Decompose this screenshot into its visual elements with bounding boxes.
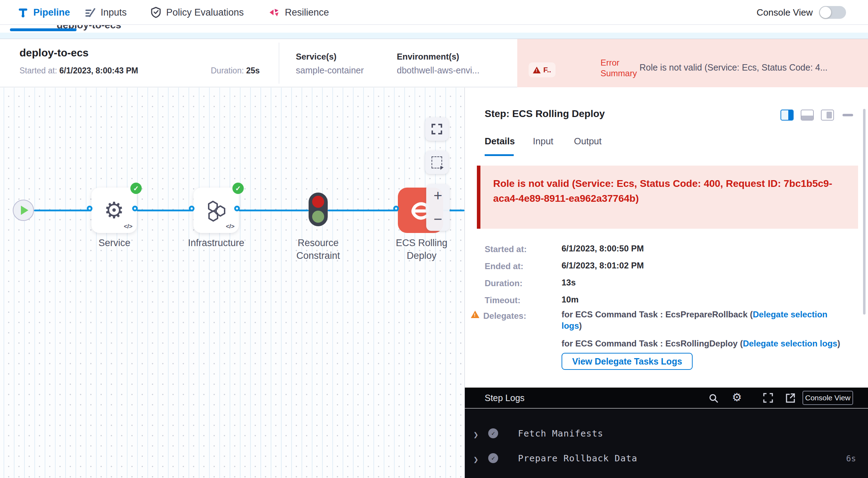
active-tab-underline xyxy=(10,28,77,31)
success-check-icon: ✓ xyxy=(232,183,244,194)
error-summary-label: Error Summary xyxy=(601,57,639,79)
node-service[interactable]: ⚙ ✓ </> xyxy=(91,188,137,233)
log-section-name: Fetch Manifests xyxy=(518,428,603,439)
canvas-select-button[interactable] xyxy=(425,151,449,174)
duration-label: Duration: xyxy=(211,66,244,75)
tab-pipeline[interactable]: Pipeline xyxy=(18,0,70,25)
execution-header: deploy-to-ecs Started at: 6/1/2023, 8:00… xyxy=(0,39,868,87)
tab-inputs-label: Inputs xyxy=(101,7,127,18)
delegate-selection-logs-link[interactable]: logs xyxy=(562,321,579,330)
port-service-out xyxy=(132,206,138,211)
services-value[interactable]: sample-container xyxy=(296,65,364,76)
delegate-entry-text: for ECS Command Task : EcsPrepareRollbac… xyxy=(562,310,753,319)
ended-at-label: Ended at: xyxy=(485,261,523,271)
console-view-label: Console View xyxy=(756,7,813,18)
pipeline-icon xyxy=(18,7,28,18)
code-icon: </> xyxy=(124,223,133,230)
pipeline-canvas[interactable]: ⚙ ✓ </> Service ✓ </> Infrastructure Res… xyxy=(0,88,464,478)
details-tab-underline xyxy=(485,154,514,156)
resilience-icon xyxy=(269,7,280,18)
port-ecs-in xyxy=(393,206,399,211)
logs-fullscreen-icon[interactable] xyxy=(763,393,773,403)
logs-settings-gear-icon[interactable]: ⚙ xyxy=(732,392,742,403)
duration: Duration: 25s xyxy=(211,66,260,76)
environments-value[interactable]: dbothwell-aws-envi... xyxy=(397,65,479,76)
step-details-panel: Step: ECS Rolling Deploy Details Input O… xyxy=(465,88,868,478)
layout-floating-button[interactable] xyxy=(821,110,834,121)
traffic-light-red xyxy=(312,196,324,208)
tab-resilience-label: Resilience xyxy=(285,7,329,18)
timeout-value: 10m xyxy=(562,295,579,305)
logs-console-view-button[interactable]: Console View xyxy=(802,391,853,405)
edge-infrastructure-constraint xyxy=(239,210,309,211)
logs-open-external-icon[interactable] xyxy=(785,393,795,403)
zoom-in-button[interactable]: + xyxy=(434,188,443,203)
node-infrastructure[interactable]: ✓ </> xyxy=(193,188,239,233)
node-infrastructure-label: Infrastructure xyxy=(179,237,253,249)
tab-details[interactable]: Details xyxy=(485,136,515,147)
log-section-duration: 6s xyxy=(846,454,856,463)
ended-at-value: 6/1/2023, 8:01:02 PM xyxy=(562,261,644,271)
log-success-check-icon: ✓ xyxy=(488,453,498,463)
port-service-in xyxy=(87,206,92,211)
selected-row-highlight xyxy=(0,33,868,39)
log-row-prepare-rollback-data[interactable]: ❯ ✓ Prepare Rollback Data 6s xyxy=(465,448,868,471)
duration-value: 13s xyxy=(562,278,576,288)
fullscreen-icon xyxy=(432,124,442,134)
tab-policy-evaluations[interactable]: Policy Evaluations xyxy=(151,0,244,25)
log-section-name: Prepare Rollback Data xyxy=(518,453,637,463)
minimize-panel-button[interactable] xyxy=(842,114,853,116)
hexagons-icon xyxy=(204,198,228,222)
node-ecs-rolling-deploy-label: ECS Rolling Deploy xyxy=(393,237,450,262)
zoom-out-button[interactable]: − xyxy=(434,212,443,227)
tab-output[interactable]: Output xyxy=(574,136,602,147)
failed-status-badge: F.. xyxy=(529,62,556,77)
panel-scrollbar[interactable] xyxy=(863,109,866,315)
services-block: Service(s) sample-container xyxy=(296,52,364,76)
expand-chevron-icon[interactable]: ❯ xyxy=(473,455,478,465)
tab-resilience[interactable]: Resilience xyxy=(269,0,329,25)
canvas-fullscreen-button[interactable] xyxy=(425,117,449,141)
edge-start-service xyxy=(34,210,91,211)
started-at-value: 6/1/2023, 8:00:50 PM xyxy=(562,244,644,254)
expand-chevron-icon[interactable]: ❯ xyxy=(473,430,478,440)
delegate-selection-logs-link[interactable]: Delegate selection logs xyxy=(743,339,838,348)
tab-policy-evaluations-label: Policy Evaluations xyxy=(166,7,244,18)
tab-inputs[interactable]: Inputs xyxy=(85,0,127,25)
delegates-values: for ECS Command Task : EcsPrepareRollbac… xyxy=(562,309,845,349)
console-view-toggle[interactable] xyxy=(819,6,846,19)
started-at: Started at: 6/1/2023, 8:00:43 PM xyxy=(19,66,138,76)
tab-input[interactable]: Input xyxy=(533,136,553,147)
step-error-banner: Role is not valid (Service: Ecs, Status … xyxy=(477,166,858,229)
step-logs-bar: Step Logs ⚙ xyxy=(465,388,868,408)
node-service-label: Service xyxy=(84,237,145,249)
layout-right-split-button[interactable] xyxy=(780,110,794,121)
view-delegate-tasks-logs-button[interactable]: View Delegate Tasks Logs xyxy=(562,353,693,370)
header-divider xyxy=(279,43,279,84)
duration-label: Duration: xyxy=(485,278,523,288)
delegate-entry: for ECS Command Task : EcsPrepareRollbac… xyxy=(562,309,845,332)
port-infrastructure-in xyxy=(189,206,195,211)
logs-search-icon[interactable] xyxy=(709,393,718,403)
step-error-message: Role is not valid (Service: Ecs, Status … xyxy=(493,176,845,206)
delegate-entry-text: ) xyxy=(837,339,840,348)
started-at-label: Started at: xyxy=(485,244,527,254)
pipeline-start-node[interactable] xyxy=(13,200,34,221)
layout-bottom-split-button[interactable] xyxy=(801,110,814,121)
inputs-icon xyxy=(85,7,96,18)
shield-check-icon xyxy=(151,7,161,18)
started-at-label: Started at: xyxy=(19,66,57,75)
delegate-entry: for ECS Command Task : EcsRollingDeploy … xyxy=(562,338,845,349)
edge-service-infrastructure xyxy=(137,210,193,211)
top-nav-bar: Pipeline Inputs Policy Evaluations xyxy=(0,0,868,25)
scrolled-row-strip: deploy-to-ecs xyxy=(0,25,868,39)
delegate-selection-logs-link[interactable]: Delegate selection xyxy=(753,310,828,319)
failed-badge-text: F.. xyxy=(543,66,551,74)
log-row-fetch-manifests[interactable]: ❯ ✓ Fetch Manifests xyxy=(465,423,868,446)
port-infrastructure-out xyxy=(234,206,240,211)
gear-icon: ⚙ xyxy=(104,199,124,222)
failed-warning-icon xyxy=(533,67,541,73)
traffic-light-green xyxy=(312,211,324,223)
code-icon: </> xyxy=(226,223,235,230)
node-resource-constraint[interactable] xyxy=(309,193,328,226)
